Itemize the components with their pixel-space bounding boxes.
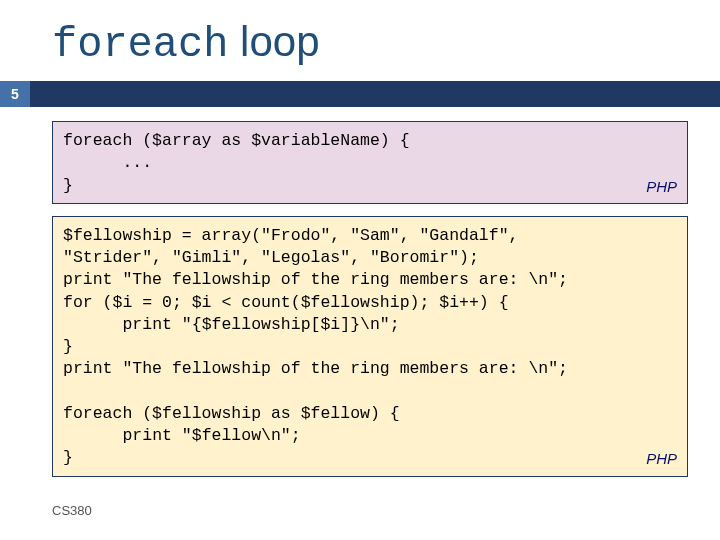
footer-course-code: CS380 xyxy=(52,503,92,518)
code-text: foreach ($array as $variableName) { ... … xyxy=(63,130,677,197)
code-box-syntax: foreach ($array as $variableName) { ... … xyxy=(52,121,688,204)
language-label: PHP xyxy=(646,449,677,469)
page-number-badge: 5 xyxy=(0,81,30,107)
code-text: $fellowship = array("Frodo", "Sam", "Gan… xyxy=(63,225,677,470)
header-band-fill xyxy=(30,81,720,107)
title-rest: loop xyxy=(228,18,319,65)
content-area: foreach ($array as $variableName) { ... … xyxy=(0,121,720,477)
header-band: 5 xyxy=(0,81,720,107)
language-label: PHP xyxy=(646,177,677,197)
code-box-example: $fellowship = array("Frodo", "Sam", "Gan… xyxy=(52,216,688,477)
slide-title: foreach loop xyxy=(0,0,720,81)
title-mono: foreach xyxy=(52,21,228,69)
